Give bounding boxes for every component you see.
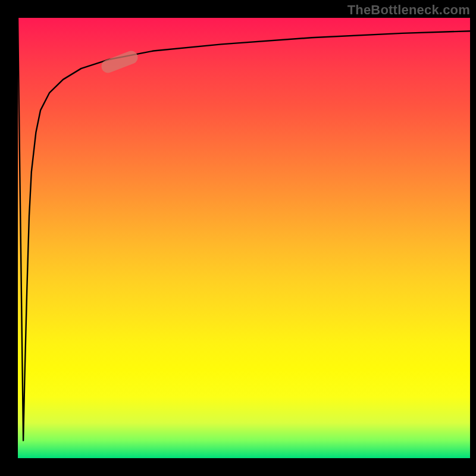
plot-area [18, 18, 470, 458]
curve-layer [18, 18, 470, 458]
watermark-text: TheBottleneck.com [347, 2, 470, 18]
chart-frame: TheBottleneck.com [0, 0, 476, 476]
bottleneck-curve [18, 18, 470, 440]
